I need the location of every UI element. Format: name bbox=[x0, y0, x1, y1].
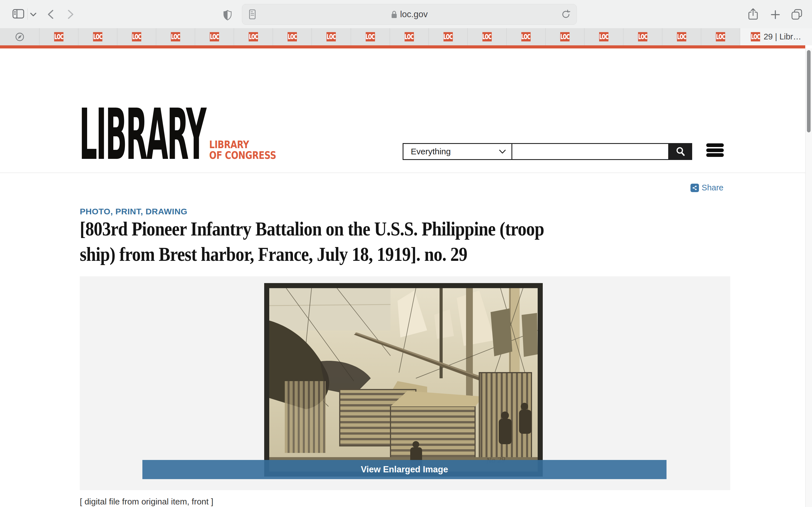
back-button[interactable] bbox=[47, 10, 54, 19]
reader-view-icon[interactable] bbox=[249, 9, 256, 20]
loc-favicon: LOC bbox=[366, 32, 375, 41]
search-scope-select[interactable]: Everything bbox=[403, 143, 512, 160]
item-title-line2: ship) from Brest harbor, France, July 18… bbox=[80, 243, 467, 266]
item-caption: [ digital file from original item, front… bbox=[80, 497, 213, 506]
back-icon bbox=[47, 10, 54, 19]
tab-loc[interactable]: LOC bbox=[662, 28, 701, 45]
tab-overview-button[interactable] bbox=[791, 9, 802, 20]
tab-loc[interactable]: LOC bbox=[429, 28, 468, 45]
item-media-container: No 29 View Enlarged Image bbox=[80, 276, 730, 490]
loc-favicon: LOC bbox=[171, 32, 180, 41]
loc-page: LIBRARY LIBRARY OF CONGRESS Everything bbox=[0, 48, 805, 507]
tab-start-page[interactable] bbox=[0, 28, 40, 45]
share-link[interactable]: Share bbox=[691, 183, 723, 192]
loc-favicon: LOC bbox=[288, 32, 297, 41]
privacy-shield-icon bbox=[223, 10, 232, 20]
chevron-down-icon bbox=[30, 12, 37, 17]
sidebar-toggle-button[interactable] bbox=[12, 9, 24, 18]
tab-loc[interactable]: LOC bbox=[623, 28, 662, 45]
compass-icon bbox=[15, 32, 24, 42]
tab-loc[interactable]: LOC bbox=[351, 28, 390, 45]
loc-favicon: LOC bbox=[638, 32, 647, 41]
page-scrollbar[interactable] bbox=[805, 48, 812, 507]
scrollbar-thumb[interactable] bbox=[807, 50, 811, 132]
loc-favicon: LOC bbox=[132, 32, 141, 41]
tab-loc[interactable]: LOC bbox=[195, 28, 234, 45]
lock-icon bbox=[391, 10, 397, 18]
tab-loc[interactable]: LOC bbox=[273, 28, 312, 45]
tab-loc[interactable]: LOC bbox=[79, 28, 117, 45]
safari-window: loc.gov bbox=[0, 0, 812, 507]
search-submit-button[interactable] bbox=[669, 143, 692, 160]
forward-button[interactable] bbox=[67, 10, 74, 19]
url-text: loc.gov bbox=[400, 9, 428, 19]
loc-logo-subtitle[interactable]: LIBRARY OF CONGRESS bbox=[209, 139, 276, 161]
loc-favicon: LOC bbox=[444, 32, 453, 41]
sidebar-menu-chevron[interactable] bbox=[30, 12, 37, 17]
plus-icon bbox=[771, 10, 780, 19]
item-photo[interactable]: No 29 bbox=[264, 283, 543, 476]
loc-top-border bbox=[0, 45, 805, 48]
loc-favicon: LOC bbox=[560, 32, 569, 41]
tab-bar: LOC LOC LOC LOC LOC LOC LOC LOC LOC LOC … bbox=[0, 28, 812, 45]
select-chevron-icon bbox=[499, 150, 506, 154]
site-search: Everything bbox=[403, 143, 692, 160]
item-title-line1: [803rd Pioneer Infantry Battalion on the… bbox=[80, 218, 544, 240]
share-button[interactable] bbox=[748, 8, 758, 20]
loc-favicon: LOC bbox=[326, 32, 336, 41]
tab-loc[interactable]: LOC bbox=[234, 28, 273, 45]
tab-loc[interactable]: LOC bbox=[40, 28, 79, 45]
tab-loc[interactable]: LOC bbox=[468, 28, 507, 45]
tab-loc[interactable]: LOC bbox=[507, 28, 546, 45]
site-menu-button[interactable] bbox=[706, 144, 724, 157]
tab-active[interactable]: LOC 29 | Libr… bbox=[740, 28, 812, 45]
forward-icon bbox=[67, 10, 74, 19]
header-divider bbox=[0, 173, 805, 173]
tab-overview-icon bbox=[791, 9, 802, 20]
tab-loc[interactable]: LOC bbox=[701, 28, 740, 45]
new-tab-button[interactable] bbox=[771, 10, 780, 19]
loc-favicon: LOC bbox=[249, 32, 258, 41]
search-icon bbox=[675, 147, 686, 157]
item-category[interactable]: PHOTO, PRINT, DRAWING bbox=[80, 207, 188, 216]
share-export-icon bbox=[748, 8, 758, 20]
reload-button[interactable] bbox=[562, 10, 570, 19]
address-bar[interactable]: loc.gov bbox=[242, 4, 577, 25]
ship-deck-photograph: No 29 bbox=[269, 288, 538, 471]
tab-loc[interactable]: LOC bbox=[156, 28, 195, 45]
sidebar-icon bbox=[12, 9, 24, 18]
privacy-report-button[interactable] bbox=[223, 10, 232, 20]
loc-favicon: LOC bbox=[716, 32, 725, 41]
loc-favicon: LOC bbox=[54, 32, 63, 41]
loc-favicon: LOC bbox=[483, 32, 492, 41]
browser-toolbar: loc.gov bbox=[0, 0, 812, 28]
loc-favicon: LOC bbox=[405, 32, 414, 41]
tab-loc[interactable]: LOC bbox=[312, 28, 351, 45]
loc-favicon: LOC bbox=[677, 32, 686, 41]
address-bar-center: loc.gov bbox=[391, 9, 428, 19]
loc-favicon: LOC bbox=[599, 32, 608, 41]
tab-loc[interactable]: LOC bbox=[117, 28, 156, 45]
tab-loc[interactable]: LOC bbox=[585, 28, 623, 45]
tab-loc[interactable]: LOC bbox=[390, 28, 429, 45]
reload-icon bbox=[562, 10, 570, 19]
view-enlarged-image-button[interactable]: View Enlarged Image bbox=[142, 460, 666, 479]
search-input[interactable] bbox=[512, 143, 669, 160]
loc-favicon: LOC bbox=[210, 32, 219, 41]
share-nodes-icon bbox=[691, 184, 699, 192]
loc-favicon: LOC bbox=[521, 32, 530, 41]
loc-favicon: LOC bbox=[93, 32, 102, 41]
tab-loc[interactable]: LOC bbox=[546, 28, 585, 45]
menu-icon bbox=[706, 144, 724, 147]
loc-favicon: LOC bbox=[751, 32, 760, 41]
active-tab-title: 29 | Libr… bbox=[763, 32, 801, 41]
loc-logo[interactable]: LIBRARY bbox=[79, 108, 205, 161]
